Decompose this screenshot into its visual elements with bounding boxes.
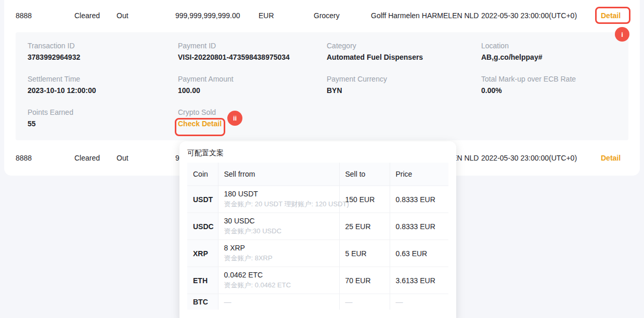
cell-sell-from: — bbox=[218, 294, 339, 310]
table-header-row: Coin Sell frrom Sell to Price bbox=[187, 163, 448, 186]
table-row: BTC — — — bbox=[187, 294, 448, 310]
tx-time: 2022-05-30 23:00:00(UTC+0) bbox=[481, 11, 601, 20]
tx-amount: 999,999,999,999.00 bbox=[175, 11, 259, 20]
tx-direction: Out bbox=[117, 154, 175, 162]
field-value: 0.00% bbox=[481, 86, 628, 95]
field-value: 2023-10-10 12:00:00 bbox=[28, 86, 178, 95]
transaction-row: 8888 Cleared Out 999,999,999,999.00 EUR … bbox=[4, 1, 640, 30]
col-header-sell-to: Sell to bbox=[339, 163, 390, 186]
field-value: BYN bbox=[327, 86, 481, 95]
field-label: Settlement Time bbox=[28, 75, 178, 83]
field-label: Payment Currency bbox=[327, 75, 481, 83]
field-payment-currency: Payment Currency BYN bbox=[327, 75, 481, 108]
cell-sell-from: 180 USDT 资金账户: 20 USDT 理财账户: 120 USDT) bbox=[218, 186, 339, 213]
cell-sell-to: 5 EUR bbox=[339, 240, 390, 267]
field-label: Points Earned bbox=[28, 108, 178, 116]
tx-status: Cleared bbox=[74, 154, 117, 162]
sell-from-accounts: 资金账户: 8XRP bbox=[224, 254, 333, 263]
col-header-price: Price bbox=[390, 163, 448, 186]
field-markup-rate: Total Mark-up over ECB Rate 0.00% bbox=[481, 75, 628, 108]
field-label: Transaction ID bbox=[28, 42, 178, 50]
cell-coin: XRP bbox=[187, 240, 218, 267]
page: { "colors": { "accent_orange": "#eda119"… bbox=[0, 0, 644, 318]
annotation-badge-i: i bbox=[615, 27, 629, 42]
check-detail-link[interactable]: Check Detail bbox=[178, 120, 222, 128]
cell-sell-to: 70 EUR bbox=[339, 267, 390, 294]
field-value: 55 bbox=[28, 120, 178, 128]
sell-from-amount: 30 USDC bbox=[224, 217, 333, 225]
cell-coin: BTC bbox=[187, 294, 218, 310]
tx-status: Cleared bbox=[74, 11, 117, 20]
field-payment-id: Payment ID VISI-20220801-473598438975034 bbox=[178, 42, 327, 75]
cell-price: 0.8333 EUR bbox=[390, 213, 448, 240]
cell-coin: USDC bbox=[187, 213, 218, 240]
table-row: USDC 30 USDC 资金账户:30 USDC 25 EUR 0.8333 … bbox=[187, 213, 448, 240]
table-row: USDT 180 USDT 资金账户: 20 USDT 理财账户: 120 US… bbox=[187, 186, 448, 213]
crypto-sold-popup: 可配置文案 Coin Sell frrom Sell to Price USDT… bbox=[179, 141, 456, 318]
crypto-sold-table: Coin Sell frrom Sell to Price USDT 180 U… bbox=[187, 163, 448, 310]
field-transaction-id: Transaction ID 3783992964932 bbox=[28, 42, 178, 75]
field-points-earned: Points Earned 55 bbox=[28, 108, 178, 141]
sell-from-accounts: 资金账户:30 USDC bbox=[224, 227, 333, 236]
field-label: Payment Amount bbox=[178, 75, 327, 83]
sell-from-accounts: 资金账户: 20 USDT 理财账户: 120 USDT) bbox=[224, 200, 333, 209]
tx-direction: Out bbox=[117, 11, 175, 20]
field-value: AB,g.co/helppay# bbox=[481, 53, 628, 61]
cell-coin: USDT bbox=[187, 186, 218, 213]
col-header-coin: Coin bbox=[187, 163, 218, 186]
field-label: Location bbox=[481, 42, 628, 50]
tx-category: Grocery bbox=[314, 11, 371, 20]
cell-price: 3.6133 EUR bbox=[390, 267, 448, 294]
detail-link[interactable]: Detail bbox=[601, 11, 621, 20]
field-crypto-sold: Crypto Sold Check Detail bbox=[178, 108, 327, 141]
field-label: Payment ID bbox=[178, 42, 327, 50]
cell-sell-from: 30 USDC 资金账户:30 USDC bbox=[218, 213, 339, 240]
transaction-detail-panel: Transaction ID 3783992964932 Payment ID … bbox=[16, 32, 628, 140]
field-label: Category bbox=[327, 42, 481, 50]
tx-time: 2022-05-30 23:00:00(UTC+0) bbox=[481, 154, 601, 162]
sell-from-amount: — bbox=[224, 298, 333, 306]
cell-sell-to: — bbox=[339, 294, 390, 310]
tx-id: 8888 bbox=[16, 154, 74, 162]
field-category: Category Automated Fuel Dispensers bbox=[327, 42, 481, 75]
cell-price: 0.8333 EUR bbox=[390, 186, 448, 213]
popup-title: 可配置文案 bbox=[187, 149, 448, 158]
detail-link[interactable]: Detail bbox=[601, 154, 621, 162]
col-header-sell-from: Sell frrom bbox=[218, 163, 339, 186]
field-value: VISI-20220801-473598438975034 bbox=[178, 53, 327, 61]
tx-id: 8888 bbox=[16, 11, 74, 20]
cell-sell-to: 25 EUR bbox=[339, 213, 390, 240]
field-value: Automated Fuel Dispensers bbox=[327, 53, 481, 61]
field-value: 100.00 bbox=[178, 86, 327, 95]
sell-from-amount: 180 USDT bbox=[224, 190, 333, 198]
tx-merchant: Golff Harmelen HARMELEN NLD bbox=[371, 11, 481, 20]
cell-price: — bbox=[390, 294, 448, 310]
table-row: ETH 0.0462 ETC 资金账户: 0.0462 ETC 70 EUR 3… bbox=[187, 267, 448, 294]
field-value: 3783992964932 bbox=[28, 53, 178, 61]
sell-from-amount: 8 XRP bbox=[224, 244, 333, 252]
field-settlement-time: Settlement Time 2023-10-10 12:00:00 bbox=[28, 75, 178, 108]
sell-from-accounts: 资金账户: 0.0462 ETC bbox=[224, 281, 333, 290]
table-row: XRP 8 XRP 资金账户: 8XRP 5 EUR 0.63 EUR bbox=[187, 240, 448, 267]
field-location: Location AB,g.co/helppay# bbox=[481, 42, 628, 75]
field-payment-amount: Payment Amount 100.00 bbox=[178, 75, 327, 108]
cell-sell-from: 0.0462 ETC 资金账户: 0.0462 ETC bbox=[218, 267, 339, 294]
cell-price: 0.63 EUR bbox=[390, 240, 448, 267]
annotation-badge-ii: ii bbox=[227, 111, 242, 126]
field-label: Total Mark-up over ECB Rate bbox=[481, 75, 628, 83]
cell-coin: ETH bbox=[187, 267, 218, 294]
field-label: Crypto Sold bbox=[178, 108, 327, 116]
cell-sell-from: 8 XRP 资金账户: 8XRP bbox=[218, 240, 339, 267]
sell-from-amount: 0.0462 ETC bbox=[224, 271, 333, 279]
tx-currency: EUR bbox=[259, 11, 314, 20]
cell-sell-to: 150 EUR bbox=[339, 186, 390, 213]
